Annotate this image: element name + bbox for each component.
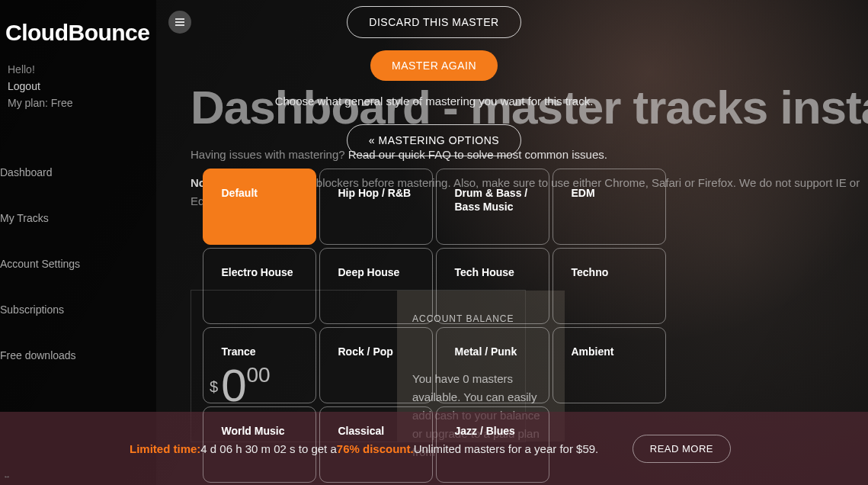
style-tile-techno[interactable]: Techno: [553, 248, 666, 324]
style-tile-trance[interactable]: Trance: [203, 327, 316, 403]
style-tile-edm[interactable]: EDM: [553, 169, 666, 245]
mastering-modal: DISCARD THIS MASTER MASTER AGAIN Choose …: [0, 0, 868, 485]
style-tile-rock-pop[interactable]: Rock / Pop: [319, 327, 433, 403]
style-tile-jazz-blues[interactable]: Jazz / Blues: [436, 406, 549, 483]
mastering-options-button[interactable]: « MASTERING OPTIONS: [347, 124, 521, 156]
style-tile-classical[interactable]: Classical: [319, 406, 433, 483]
style-tile-drum-bass-bass-music[interactable]: Drum & Bass / Bass Music: [436, 169, 549, 245]
style-tile-electro-house[interactable]: Electro House: [203, 248, 316, 324]
style-grid: DefaultHip Hop / R&BDrum & Bass / Bass M…: [203, 169, 666, 483]
style-tile-default[interactable]: Default: [203, 169, 316, 245]
style-tile-tech-house[interactable]: Tech House: [436, 248, 549, 324]
style-tile-hip-hop-r-b[interactable]: Hip Hop / R&B: [319, 169, 433, 245]
discard-button[interactable]: DISCARD THIS MASTER: [347, 6, 520, 38]
master-again-button[interactable]: MASTER AGAIN: [370, 50, 498, 81]
style-tile-metal-punk[interactable]: Metal / Punk: [436, 327, 549, 403]
style-tile-deep-house[interactable]: Deep House: [319, 248, 433, 324]
style-tile-world-music[interactable]: World Music: [203, 406, 316, 483]
choose-text: Choose what general style of mastering y…: [275, 95, 594, 108]
style-tile-ambient[interactable]: Ambient: [553, 327, 666, 403]
